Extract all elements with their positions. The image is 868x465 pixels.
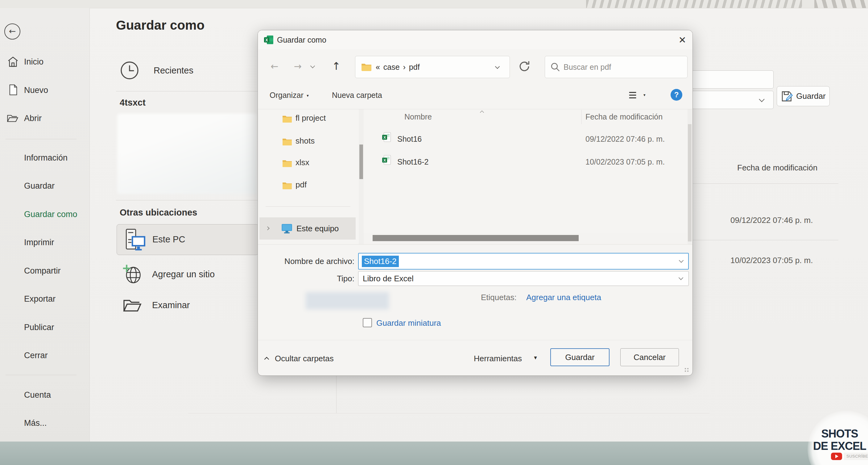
filetype-label: Tipo: xyxy=(258,271,354,286)
horizontal-scrollbar-track[interactable] xyxy=(364,233,687,244)
address-chevron-icon[interactable] xyxy=(495,64,500,69)
tags-label: Etiquetas: xyxy=(481,290,517,305)
sidebar-divider xyxy=(5,139,76,139)
view-list-icon[interactable] xyxy=(628,91,637,101)
nav-back-icon[interactable]: ← xyxy=(267,59,282,74)
recent-group-title: 4tsxct xyxy=(120,96,146,109)
sidebar-item-cerrar[interactable]: Cerrar xyxy=(24,349,48,362)
resize-grip[interactable] xyxy=(685,368,686,369)
dialog-title: Guardar como xyxy=(277,30,327,50)
sidebar-item-imprimir[interactable]: Imprimir xyxy=(24,236,54,249)
new-folder-button[interactable]: Nueva carpeta xyxy=(332,87,382,103)
body-separator xyxy=(258,244,692,244)
tree-divider xyxy=(266,206,350,207)
location-este-pc-label: Este PC xyxy=(152,225,185,254)
folder-icon xyxy=(282,180,292,194)
tree-item-label: fl project xyxy=(296,111,326,125)
location-este-pc[interactable]: Este PC xyxy=(117,224,258,255)
horizontal-scrollbar-thumb[interactable] xyxy=(373,235,579,241)
svg-text:X: X xyxy=(383,136,386,139)
filetype-combobox[interactable]: Libro de Excel xyxy=(358,271,689,286)
top-band xyxy=(0,0,868,8)
save-as-dialog: X Guardar como ✕ ← → ↑ « case › pdf Orga… xyxy=(257,30,693,376)
tree-item-label: pdf xyxy=(296,178,307,192)
tree-item-label: xlsx xyxy=(296,155,309,169)
location-examinar[interactable]: Examinar xyxy=(152,296,190,314)
backstage-sidebar: ← Inicio Nuevo Abrir Información Guardar… xyxy=(0,8,90,441)
save-thumbnail-checkbox[interactable] xyxy=(363,318,372,327)
search-icon xyxy=(550,62,560,74)
sidebar-item-inicio[interactable]: Inicio xyxy=(24,55,43,68)
sort-ascending-icon xyxy=(480,111,484,115)
expand-chevron-icon[interactable] xyxy=(266,226,270,230)
close-icon[interactable]: ✕ xyxy=(675,33,690,48)
filename-combobox[interactable]: Shot16-2 xyxy=(358,253,689,269)
refresh-icon[interactable] xyxy=(518,60,531,73)
save-floppy-icon xyxy=(781,90,793,103)
organize-menu[interactable]: Organizar ▾ xyxy=(270,87,309,103)
chevron-down-icon xyxy=(759,96,764,102)
youtube-play-icon xyxy=(831,453,842,460)
file-name: Shot16-2 xyxy=(397,154,429,170)
view-chevron-icon[interactable]: ▾ xyxy=(644,93,646,97)
excel-file-icon: X xyxy=(382,132,391,143)
folder-icon xyxy=(282,114,292,127)
list-scrollbar-thumb[interactable] xyxy=(688,124,691,241)
sidebar-item-informacion[interactable]: Información xyxy=(24,151,67,165)
tree-scrollbar-track[interactable] xyxy=(359,109,364,244)
chevron-down-icon[interactable] xyxy=(679,258,684,263)
tree-item-este-equipo[interactable]: Este equipo xyxy=(259,217,355,240)
list-scrollbar-track[interactable] xyxy=(687,109,692,244)
file-date: 10/02/2023 07:05 p. m. xyxy=(585,154,665,170)
back-button[interactable]: ← xyxy=(4,24,20,39)
breadcrumb[interactable]: « case › pdf xyxy=(376,56,420,78)
backstage-save-label: Guardar xyxy=(796,91,826,101)
sidebar-item-mas[interactable]: Más... xyxy=(24,416,47,430)
dialog-cancel-button[interactable]: Cancelar xyxy=(620,348,679,366)
save-thumbnail-label[interactable]: Guardar miniatura xyxy=(376,316,441,330)
bottom-strip xyxy=(0,441,868,465)
nav-up-icon[interactable]: ↑ xyxy=(328,58,344,74)
sidebar-item-cuenta[interactable]: Cuenta xyxy=(24,388,51,402)
filename-selected-text[interactable]: Shot16-2 xyxy=(362,256,399,267)
help-icon[interactable]: ? xyxy=(671,89,682,101)
open-folder-icon xyxy=(7,114,19,123)
backstage-date-column-header[interactable]: Fecha de modificación xyxy=(737,163,817,173)
chevron-down-icon[interactable] xyxy=(679,275,684,280)
tools-dropdown-icon[interactable]: ▼ xyxy=(533,355,538,361)
home-icon xyxy=(7,56,19,68)
add-tag-link[interactable]: Agregar una etiqueta xyxy=(526,290,601,305)
backstage-file-date: 10/02/2023 07:05 p. m. xyxy=(731,256,813,265)
tools-menu[interactable]: Herramientas xyxy=(474,350,522,367)
tab-recientes[interactable]: Recientes xyxy=(154,60,193,80)
sidebar-item-guardar[interactable]: Guardar xyxy=(24,179,55,193)
tree-scrollbar-thumb[interactable] xyxy=(359,145,363,179)
sidebar-item-publicar[interactable]: Publicar xyxy=(24,320,54,334)
nav-history-chevron-icon[interactable] xyxy=(310,64,315,68)
tree-item-label: shots xyxy=(296,134,315,148)
sidebar-item-nuevo[interactable]: Nuevo xyxy=(24,83,48,97)
top-watermark-stripes-2 xyxy=(814,0,868,8)
backstage-file-date: 09/12/2022 07:46 p. m. xyxy=(731,215,813,225)
add-site-globe-icon xyxy=(122,264,142,284)
nav-forward-icon[interactable]: → xyxy=(290,59,305,74)
search-input[interactable] xyxy=(563,56,680,78)
dialog-save-button[interactable]: Guardar xyxy=(550,348,610,366)
search-box[interactable] xyxy=(545,56,687,78)
channel-logo-line2: DE EXCEL xyxy=(803,440,868,453)
dialog-titlebar[interactable]: X Guardar como ✕ xyxy=(258,30,692,50)
column-header-fecha[interactable]: Fecha de modificación xyxy=(585,109,662,124)
backstage-save-button[interactable]: Guardar xyxy=(777,86,830,106)
sidebar-item-exportar[interactable]: Exportar xyxy=(24,292,56,306)
recents-divider xyxy=(116,91,258,91)
filename-label: Nombre de archivo: xyxy=(258,253,354,269)
backstage-column-divider xyxy=(336,375,337,413)
sidebar-item-abrir[interactable]: Abrir xyxy=(24,112,42,125)
sidebar-item-compartir[interactable]: Compartir xyxy=(24,264,61,278)
sidebar-item-guardar-como-active[interactable]: Guardar como xyxy=(24,207,78,221)
location-add-site[interactable]: Agregar un sitio xyxy=(152,264,215,284)
address-bar[interactable]: « case › pdf xyxy=(355,56,510,78)
recents-clock-icon xyxy=(120,60,140,80)
column-header-nombre[interactable]: Nombre xyxy=(404,109,432,124)
blurred-recent-preview xyxy=(117,114,257,194)
